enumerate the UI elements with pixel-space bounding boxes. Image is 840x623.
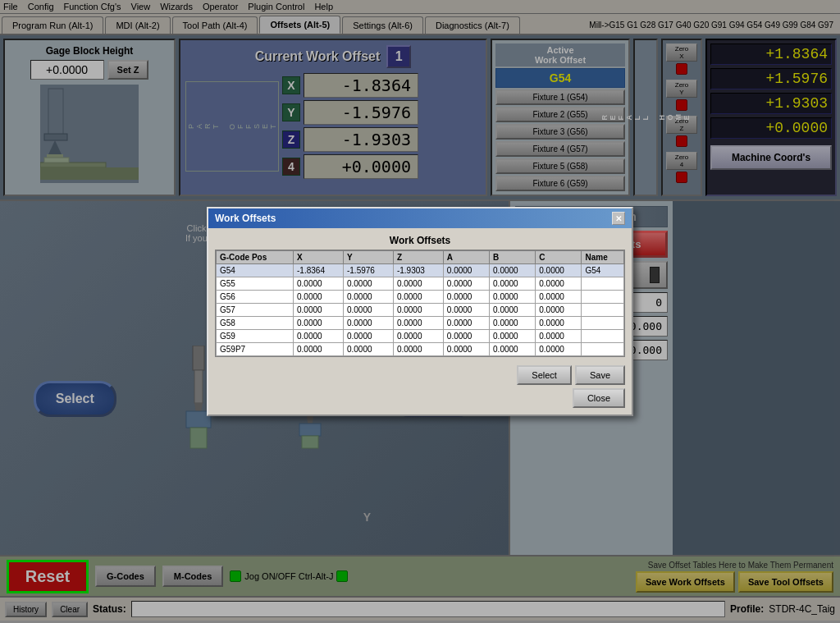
table-row[interactable]: G590.00000.00000.00000.00000.00000.0000 bbox=[217, 330, 624, 343]
cell-b: 0.0000 bbox=[490, 330, 536, 343]
cell-name bbox=[582, 343, 624, 356]
cell-name bbox=[582, 277, 624, 291]
table-row[interactable]: G570.00000.00000.00000.00000.00000.0000 bbox=[217, 304, 624, 317]
cell-y: 0.0000 bbox=[343, 317, 393, 330]
modal-body: Work Offsets G-Code Pos X Y Z A B C Name bbox=[208, 228, 632, 415]
cell-c: 0.0000 bbox=[536, 264, 582, 277]
modal-save-button[interactable]: Save bbox=[575, 365, 625, 385]
cell-a: 0.0000 bbox=[443, 330, 489, 343]
cell-pos: G56 bbox=[217, 291, 294, 304]
cell-pos: G54 bbox=[217, 264, 294, 277]
cell-b: 0.0000 bbox=[490, 264, 536, 277]
col-z: Z bbox=[393, 251, 443, 264]
cell-c: 0.0000 bbox=[536, 330, 582, 343]
table-row[interactable]: G580.00000.00000.00000.00000.00000.0000 bbox=[217, 317, 624, 330]
cell-name bbox=[582, 304, 624, 317]
work-offsets-table: G-Code Pos X Y Z A B C Name G54-1.8364-1… bbox=[216, 250, 624, 356]
col-x: X bbox=[294, 251, 344, 264]
cell-y: 0.0000 bbox=[343, 277, 393, 291]
cell-pos: G58 bbox=[217, 317, 294, 330]
cell-a: 0.0000 bbox=[443, 264, 489, 277]
modal-select-button[interactable]: Select bbox=[517, 365, 572, 385]
table-row[interactable]: G550.00000.00000.00000.00000.00000.0000 bbox=[217, 277, 624, 291]
col-b: B bbox=[490, 251, 536, 264]
cell-b: 0.0000 bbox=[490, 291, 536, 304]
cell-x: 0.0000 bbox=[294, 277, 344, 291]
cell-name bbox=[582, 291, 624, 304]
cell-z: 0.0000 bbox=[393, 291, 443, 304]
work-offsets-table-scroll[interactable]: G-Code Pos X Y Z A B C Name G54-1.8364-1… bbox=[215, 250, 625, 357]
cell-name bbox=[582, 330, 624, 343]
cell-a: 0.0000 bbox=[443, 291, 489, 304]
cell-y: -1.5976 bbox=[343, 264, 393, 277]
cell-y: 0.0000 bbox=[343, 343, 393, 356]
cell-z: 0.0000 bbox=[393, 304, 443, 317]
cell-z: 0.0000 bbox=[393, 277, 443, 291]
cell-c: 0.0000 bbox=[536, 277, 582, 291]
table-row[interactable]: G54-1.8364-1.5976-1.93030.00000.00000.00… bbox=[217, 264, 624, 277]
modal-overlay: Work Offsets ✕ Work Offsets G-Code Pos X… bbox=[0, 0, 840, 623]
modal-title: Work Offsets bbox=[215, 213, 276, 224]
modal-close-row: Close bbox=[215, 388, 625, 408]
cell-c: 0.0000 bbox=[536, 343, 582, 356]
cell-b: 0.0000 bbox=[490, 277, 536, 291]
col-c: C bbox=[536, 251, 582, 264]
cell-c: 0.0000 bbox=[536, 317, 582, 330]
cell-z: 0.0000 bbox=[393, 317, 443, 330]
col-a: A bbox=[443, 251, 489, 264]
cell-pos: G59P7 bbox=[217, 343, 294, 356]
modal-section-title: Work Offsets bbox=[215, 235, 625, 246]
cell-pos: G59 bbox=[217, 330, 294, 343]
cell-pos: G55 bbox=[217, 277, 294, 291]
cell-c: 0.0000 bbox=[536, 291, 582, 304]
cell-b: 0.0000 bbox=[490, 304, 536, 317]
cell-y: 0.0000 bbox=[343, 291, 393, 304]
cell-x: 0.0000 bbox=[294, 291, 344, 304]
cell-c: 0.0000 bbox=[536, 304, 582, 317]
cell-b: 0.0000 bbox=[490, 343, 536, 356]
cell-y: 0.0000 bbox=[343, 330, 393, 343]
modal-buttons: Select Save bbox=[215, 362, 625, 385]
cell-z: 0.0000 bbox=[393, 330, 443, 343]
cell-name bbox=[582, 317, 624, 330]
cell-x: 0.0000 bbox=[294, 343, 344, 356]
table-row[interactable]: G59P70.00000.00000.00000.00000.00000.000… bbox=[217, 343, 624, 356]
cell-z: 0.0000 bbox=[393, 343, 443, 356]
cell-name: G54 bbox=[582, 264, 624, 277]
work-offsets-modal: Work Offsets ✕ Work Offsets G-Code Pos X… bbox=[207, 207, 633, 416]
cell-a: 0.0000 bbox=[443, 317, 489, 330]
cell-y: 0.0000 bbox=[343, 304, 393, 317]
col-name: Name bbox=[582, 251, 624, 264]
cell-z: -1.9303 bbox=[393, 264, 443, 277]
cell-a: 0.0000 bbox=[443, 343, 489, 356]
cell-pos: G57 bbox=[217, 304, 294, 317]
modal-close-button[interactable]: ✕ bbox=[612, 212, 625, 225]
col-y: Y bbox=[343, 251, 393, 264]
col-gcode: G-Code Pos bbox=[217, 251, 294, 264]
cell-a: 0.0000 bbox=[443, 304, 489, 317]
modal-close-bottom-button[interactable]: Close bbox=[573, 388, 625, 408]
cell-b: 0.0000 bbox=[490, 317, 536, 330]
cell-a: 0.0000 bbox=[443, 277, 489, 291]
cell-x: 0.0000 bbox=[294, 330, 344, 343]
modal-titlebar: Work Offsets ✕ bbox=[208, 208, 632, 228]
table-row[interactable]: G560.00000.00000.00000.00000.00000.0000 bbox=[217, 291, 624, 304]
cell-x: 0.0000 bbox=[294, 304, 344, 317]
cell-x: -1.8364 bbox=[294, 264, 344, 277]
cell-x: 0.0000 bbox=[294, 317, 344, 330]
